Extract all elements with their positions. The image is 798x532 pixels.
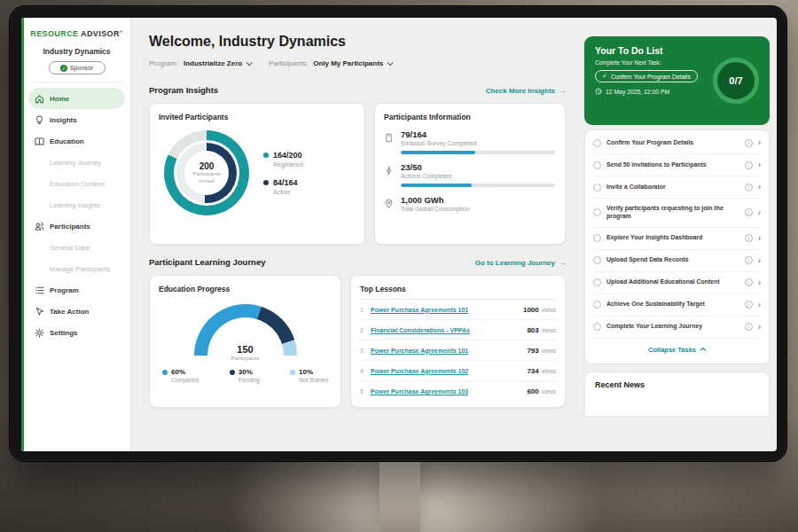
actions-icon — [384, 162, 395, 187]
task-checkbox[interactable] — [593, 301, 601, 309]
task-checkbox[interactable] — [593, 278, 601, 286]
todo-progress-count: 0/7 — [729, 75, 742, 86]
gauge-center-caption: Participants — [194, 355, 297, 361]
sidebar-item-insights[interactable]: Insights — [28, 109, 125, 130]
todo-panel: Your To Do List Complete Your Next Task:… — [576, 18, 777, 451]
info-icon[interactable]: i — [745, 208, 753, 216]
legend-item-active: 84/164 Active — [263, 178, 303, 195]
lesson-row[interactable]: 1 Power Purchase Agreements 101 1000 vie… — [360, 300, 556, 320]
sidebar-nav: Home Insights Education Learning Journey… — [28, 88, 125, 343]
progress-fill — [401, 151, 475, 154]
donut-legend: 164/200 Registered 84/164 Active — [263, 151, 303, 195]
chevron-right-icon[interactable]: › — [758, 278, 761, 287]
legend-label: Registered — [273, 161, 303, 168]
sidebar-item-general-data[interactable]: General Data — [28, 237, 125, 258]
sidebar-item-manage-participants[interactable]: Manage Participants — [28, 258, 125, 279]
lesson-rank: 3 — [360, 348, 371, 354]
task-checkbox[interactable] — [593, 208, 601, 216]
info-label: Emission Survey Completed — [401, 140, 555, 146]
page-title: Welcome, Industry Dynamics — [149, 34, 566, 50]
legend-label: Completed — [171, 377, 199, 383]
info-icon[interactable]: i — [745, 256, 753, 264]
sidebar-item-label: Manage Participants — [50, 265, 110, 273]
sidebar-item-participants[interactable]: Participants — [28, 215, 125, 237]
task-checkbox[interactable] — [593, 161, 601, 169]
chevron-right-icon[interactable]: › — [758, 256, 761, 265]
task-checkbox[interactable] — [593, 139, 601, 147]
task-row[interactable]: Complete Your Learning Journey i › — [593, 317, 761, 339]
task-row[interactable]: Explore Your Insights Dashboard i › — [593, 228, 761, 250]
lesson-link[interactable]: Power Purchase Agreements 103 — [371, 388, 527, 395]
sidebar-item-take-action[interactable]: Take Action — [28, 301, 125, 322]
sidebar-item-education-content[interactable]: Education Content — [28, 173, 125, 194]
lesson-link[interactable]: Financial Considerations - VPPAs — [371, 327, 527, 333]
chevron-right-icon[interactable]: › — [758, 160, 761, 169]
donut-center-label: 200 Participants Invited — [164, 130, 249, 215]
sponsor-label: Sponsor — [70, 65, 93, 71]
task-label: Upload Additional Educational Content — [606, 278, 739, 286]
lesson-link[interactable]: Power Purchase Agreements 101 — [371, 348, 527, 354]
program-filter-dropdown[interactable]: Industrialize Zero — [184, 59, 251, 67]
task-label: Invite a Collaborator — [606, 184, 739, 192]
go-to-learning-journey-link[interactable]: Go to Learning Journey → — [475, 259, 566, 267]
task-row[interactable]: Send 50 Invitations to Participants i › — [593, 154, 761, 176]
chevron-right-icon[interactable]: › — [758, 301, 761, 309]
chevron-right-icon[interactable]: › — [758, 183, 761, 192]
chevron-right-icon[interactable]: › — [758, 323, 761, 332]
task-row[interactable]: Invite a Collaborator i › — [593, 176, 761, 199]
lesson-row[interactable]: 5 Power Purchase Agreements 103 600 view… — [360, 381, 556, 402]
next-task-pill[interactable]: ✓ Confirm Your Program Details — [595, 70, 698, 82]
sponsor-badge[interactable]: ✓ Sponsor — [49, 61, 106, 74]
sponsor-icon: ✓ — [60, 65, 67, 72]
legend-label: Active — [273, 189, 303, 195]
org-name: Industry Dynamics — [28, 47, 125, 56]
lesson-row[interactable]: 4 Power Purchase Agreements 102 734 view… — [360, 361, 556, 381]
legend-dot — [263, 153, 269, 158]
task-checkbox[interactable] — [593, 184, 601, 192]
lesson-link[interactable]: Power Purchase Agreements 102 — [371, 368, 527, 374]
chevron-right-icon[interactable]: › — [758, 234, 761, 243]
lesson-link[interactable]: Power Purchase Agreements 101 — [371, 307, 523, 313]
chevron-right-icon[interactable]: › — [758, 138, 761, 147]
lesson-row[interactable]: 2 Financial Considerations - VPPAs 803 v… — [360, 320, 556, 340]
task-row[interactable]: Achieve One Sustainability Target i › — [593, 294, 761, 317]
lesson-views: 1000 — [523, 306, 539, 314]
task-label: Upload Spend Data Records — [606, 256, 739, 264]
collapse-tasks-button[interactable]: Collapse Tasks — [593, 339, 761, 362]
legend-dot — [162, 370, 168, 375]
info-row-survey: 79/164 Emission Survey Completed — [384, 129, 556, 154]
progress-fill — [401, 184, 472, 187]
info-icon[interactable]: i — [745, 184, 753, 192]
recent-news-card: Recent News — [584, 372, 770, 417]
info-icon[interactable]: i — [745, 278, 753, 286]
donut-center-value: 200 — [200, 161, 215, 171]
info-icon[interactable]: i — [745, 234, 753, 242]
info-icon[interactable]: i — [745, 301, 753, 309]
check-more-insights-link[interactable]: Check More Insights → — [486, 87, 566, 95]
lesson-row[interactable]: 3 Power Purchase Agreements 101 793 view… — [360, 340, 556, 361]
participants-filter-dropdown[interactable]: Only My Participants — [313, 59, 392, 67]
info-icon[interactable]: i — [745, 161, 753, 169]
invited-participants-card: Invited Participants 200 Participants In… — [149, 103, 365, 245]
sidebar-item-education[interactable]: Education — [28, 130, 125, 152]
sidebar-item-learning-insights[interactable]: Learning Insights — [28, 194, 125, 215]
task-row[interactable]: Verify participants requesting to join t… — [593, 199, 761, 228]
pin-icon — [384, 195, 395, 212]
sidebar-item-program[interactable]: Program — [28, 279, 125, 301]
task-label: Confirm Your Program Details — [606, 139, 739, 147]
card-title: Invited Participants — [159, 113, 356, 121]
sidebar-item-home[interactable]: Home — [28, 88, 125, 109]
info-icon[interactable]: i — [745, 323, 753, 331]
task-checkbox[interactable] — [593, 234, 601, 242]
task-checkbox[interactable] — [593, 256, 601, 264]
task-checkbox[interactable] — [593, 323, 601, 331]
task-row[interactable]: Confirm Your Program Details i › — [593, 132, 761, 154]
task-row[interactable]: Upload Spend Data Records i › — [593, 250, 761, 272]
sidebar-item-learning-journey[interactable]: Learning Journey — [28, 152, 125, 173]
chevron-right-icon[interactable]: › — [758, 208, 761, 217]
sidebar-item-settings[interactable]: Settings — [28, 322, 125, 343]
info-icon[interactable]: i — [745, 139, 753, 147]
participants-filter-label: Participants: — [269, 59, 308, 67]
task-row[interactable]: Upload Additional Educational Content i … — [593, 272, 761, 294]
sidebar-item-label: Learning Insights — [50, 201, 100, 209]
